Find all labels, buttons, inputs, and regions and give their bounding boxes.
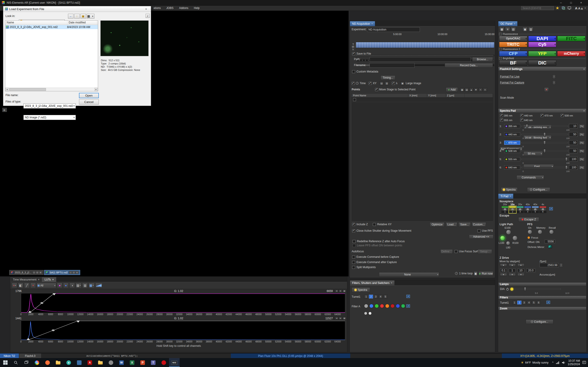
firefox-icon[interactable]: [42, 358, 53, 367]
start-button[interactable]: [0, 358, 10, 367]
view-menu-button[interactable]: ▦: [86, 14, 95, 19]
column-header[interactable]: X [mm]: [408, 94, 427, 97]
z-position-value[interactable]: 2563.98: [540, 263, 559, 267]
histogram1-plot[interactable]: [21, 293, 345, 313]
scrollbar-thumb[interactable]: [9, 88, 46, 91]
new-folder-button[interactable]: ▣: [80, 14, 86, 19]
escape-z-button[interactable]: Escape Z: [519, 217, 539, 222]
scroll-left-icon[interactable]: ◄: [5, 88, 9, 91]
wavelength-label[interactable]: 640 nm: [504, 165, 520, 169]
z-step1-down-icon[interactable]: ▼: [500, 273, 507, 276]
points-menu-icon[interactable]: ≡: [483, 88, 487, 92]
detail-view-icon[interactable]: ▤: [511, 27, 516, 32]
tab-time-measurement[interactable]: Time Measurement×: [10, 277, 42, 282]
timeline-row-t[interactable]: [356, 54, 494, 57]
tab-close-icon[interactable]: ×: [514, 23, 515, 25]
channel-button-fitc[interactable]: FITC: [557, 36, 586, 41]
filter-color-button[interactable]: [396, 304, 400, 308]
slider-thumb[interactable]: [544, 133, 546, 136]
z-step1-up-icon[interactable]: ▲: [500, 264, 507, 267]
intensity-value[interactable]: 100: [569, 157, 578, 161]
setup-button[interactable]: Setup...: [478, 249, 492, 254]
timing-button[interactable]: Timing...: [380, 75, 395, 80]
autofocus-dropdown[interactable]: None: [379, 272, 439, 277]
z-series-icon[interactable]: ▥: [385, 81, 389, 85]
tab-restore-icon[interactable]: □: [36, 271, 39, 274]
intensity-slider[interactable]: [521, 142, 568, 143]
histogram-scroll-left-icon[interactable]: ◄: [335, 290, 338, 292]
wavelength-checkbox[interactable]: [500, 114, 503, 117]
pfs-offset-value[interactable]: 5556: [545, 240, 555, 243]
screen-layout-icon[interactable]: [567, 6, 572, 10]
turret-position-button[interactable]: 4: [527, 301, 531, 304]
turret-position-button[interactable]: 1: [512, 301, 517, 304]
intensity-value[interactable]: 100: [569, 165, 578, 170]
format-for-live-link[interactable]: Format For Live: [500, 75, 519, 78]
file-row[interactable]: 2023_8_3_j2-G6s_JOVE_exp_001.nd28/4/2023…: [5, 25, 98, 29]
wavelength-label[interactable]: 555 nm: [504, 157, 520, 161]
filter-color-button[interactable]: [390, 304, 395, 308]
rgb-gradient-button[interactable]: ▦▾: [88, 283, 95, 288]
flash4-button[interactable]: Flash4.0: [19, 353, 41, 358]
save-points-button[interactable]: Save...: [458, 222, 471, 227]
intensity-slider[interactable]: [521, 126, 568, 127]
r100-port-button[interactable]: [512, 236, 518, 241]
record-data-button[interactable]: Record Data...: [445, 63, 493, 68]
blue-channel-button[interactable]: ●: [63, 283, 69, 288]
tab-restore-icon[interactable]: □: [72, 271, 75, 274]
date-column-header[interactable]: Date modified: [67, 21, 97, 25]
z-position-spin-icon[interactable]: ↕: [560, 263, 563, 267]
z-step2-value[interactable]: 1: [509, 269, 516, 272]
large-image-icon[interactable]: ▣: [400, 81, 405, 85]
intensity-value[interactable]: 50: [569, 149, 578, 153]
channel2-max-value[interactable]: 11527: [326, 317, 333, 320]
redefine-z-checkbox[interactable]: [353, 240, 355, 243]
close-icon[interactable]: ×: [583, 68, 585, 70]
channel-button-yfp[interactable]: YFP: [528, 51, 556, 56]
layout-icon[interactable]: ▥: [528, 27, 533, 32]
tab-close-icon[interactable]: ×: [76, 271, 78, 274]
e100-port-button[interactable]: [506, 230, 511, 235]
point-checkbox[interactable]: [353, 98, 356, 101]
dichroic-mirror-icon[interactable]: [548, 245, 552, 248]
load-points-button[interactable]: Load...: [446, 222, 457, 227]
cancel-button[interactable]: Cancel: [79, 99, 99, 105]
maximize-button[interactable]: □: [566, 0, 576, 6]
menu-help[interactable]: Help: [191, 6, 202, 10]
run-now-button[interactable]: ▶ Run now: [479, 271, 493, 276]
weather-widget[interactable]: ☀ 64°F Mostly sunny: [519, 361, 550, 365]
taskbar-clock[interactable]: 10:37 AM 1/25/2024: [568, 359, 580, 366]
use-focus-surface-checkbox[interactable]: [455, 250, 458, 253]
close-button[interactable]: ×: [576, 0, 586, 6]
channel1-max-value[interactable]: 6659: [327, 290, 333, 293]
intensity-value[interactable]: 10: [569, 124, 578, 128]
path-input[interactable]: [370, 57, 471, 62]
layers-icon[interactable]: [561, 6, 566, 10]
network-icon[interactable]: [556, 361, 560, 364]
nosepiece-external-link-icon[interactable]: ↗: [549, 207, 553, 210]
spectra-configure-button[interactable]: Configure...: [527, 187, 550, 192]
custom-metadata-checkbox[interactable]: [352, 70, 355, 73]
tab-close-icon[interactable]: ×: [510, 195, 511, 198]
channel-filter-dropdown[interactable]: ▦ All: [36, 283, 56, 288]
filter-color-button[interactable]: [369, 304, 373, 308]
slider-thumb[interactable]: [544, 141, 546, 144]
draw-lut-button[interactable]: ▨▾: [76, 283, 82, 288]
channel1-min-value[interactable]: 1796: [15, 290, 22, 293]
save-to-file-checkbox[interactable]: [352, 52, 355, 55]
channel2-min-value[interactable]: 1441: [15, 317, 22, 320]
filter-color-button[interactable]: [401, 304, 405, 308]
tab-nd-acquisition[interactable]: ND Acquisition×: [350, 21, 375, 26]
action-center-icon[interactable]: [582, 361, 586, 364]
points-table-row[interactable]: [352, 98, 493, 102]
filter-color-button[interactable]: [375, 304, 379, 308]
xy-checkbox[interactable]: [369, 82, 372, 85]
commands-dropdown[interactable]: Commands: [517, 175, 544, 180]
excel-icon[interactable]: X: [127, 358, 137, 367]
histogram-zoom-icon[interactable]: ▦: [343, 317, 346, 320]
relative-xy-checkbox[interactable]: [373, 223, 376, 226]
tab-luts[interactable]: LUTs×: [42, 277, 56, 282]
search-button[interactable]: [10, 358, 21, 367]
z-step3-up-icon[interactable]: ▲: [518, 264, 524, 267]
browse-button[interactable]: Browse...: [472, 57, 493, 62]
